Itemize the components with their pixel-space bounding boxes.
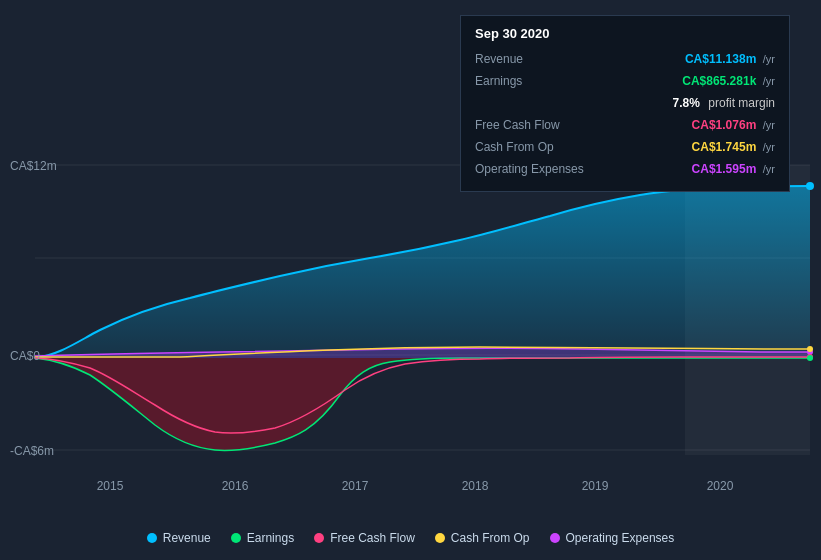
tooltip-revenue-value: CA$11.138m — [685, 52, 756, 66]
tooltip-revenue-unit: /yr — [763, 53, 775, 65]
x-label-2016: 2016 — [222, 479, 249, 493]
tooltip-date: Sep 30 2020 — [475, 26, 775, 41]
tooltip-box: Sep 30 2020 Revenue CA$11.138m /yr Earni… — [460, 15, 790, 192]
tooltip-cashop-unit: /yr — [763, 141, 775, 153]
legend-item-opex[interactable]: Operating Expenses — [550, 531, 675, 545]
legend-label-revenue: Revenue — [163, 531, 211, 545]
tooltip-opex-label: Operating Expenses — [475, 162, 595, 176]
svg-point-10 — [807, 355, 813, 361]
tooltip-fcf-value: CA$1.076m — [692, 118, 757, 132]
tooltip-margin-value: 7.8% — [672, 96, 699, 110]
tooltip-revenue-label: Revenue — [475, 52, 595, 66]
legend-item-cashop[interactable]: Cash From Op — [435, 531, 530, 545]
tooltip-earnings-value: CA$865.281k — [682, 74, 756, 88]
y-label-mid: CA$0 — [10, 349, 40, 363]
legend-label-fcf: Free Cash Flow — [330, 531, 415, 545]
tooltip-margin-label: profit margin — [708, 96, 775, 110]
svg-point-6 — [806, 182, 814, 190]
x-label-2018: 2018 — [462, 479, 489, 493]
x-label-2015: 2015 — [97, 479, 124, 493]
y-label-bot: -CA$6m — [10, 444, 54, 458]
legend-item-fcf[interactable]: Free Cash Flow — [314, 531, 415, 545]
tooltip-fcf-label: Free Cash Flow — [475, 118, 595, 132]
legend-label-earnings: Earnings — [247, 531, 294, 545]
tooltip-row-fcf: Free Cash Flow CA$1.076m /yr — [475, 115, 775, 133]
tooltip-earnings-label: Earnings — [475, 74, 595, 88]
tooltip-earnings-unit: /yr — [763, 75, 775, 87]
tooltip-opex-unit: /yr — [763, 163, 775, 175]
legend-dot-revenue — [147, 533, 157, 543]
legend-label-opex: Operating Expenses — [566, 531, 675, 545]
legend-dot-earnings — [231, 533, 241, 543]
legend-dot-opex — [550, 533, 560, 543]
x-label-2019: 2019 — [582, 479, 609, 493]
legend-dot-fcf — [314, 533, 324, 543]
svg-point-8 — [807, 346, 813, 352]
x-label-2020: 2020 — [707, 479, 734, 493]
tooltip-cashop-label: Cash From Op — [475, 140, 595, 154]
tooltip-row-cashop: Cash From Op CA$1.745m /yr — [475, 137, 775, 155]
tooltip-fcf-unit: /yr — [763, 119, 775, 131]
y-label-top: CA$12m — [10, 159, 57, 173]
tooltip-row-opex: Operating Expenses CA$1.595m /yr — [475, 159, 775, 177]
chart-container: CA$12m CA$0 -CA$6m 2015 2016 2017 2018 2… — [0, 0, 821, 560]
legend-label-cashop: Cash From Op — [451, 531, 530, 545]
x-label-2017: 2017 — [342, 479, 369, 493]
tooltip-row-revenue: Revenue CA$11.138m /yr — [475, 49, 775, 67]
tooltip-row-earnings: Earnings CA$865.281k /yr — [475, 71, 775, 89]
legend-item-revenue[interactable]: Revenue — [147, 531, 211, 545]
legend-item-earnings[interactable]: Earnings — [231, 531, 294, 545]
tooltip-cashop-value: CA$1.745m — [692, 140, 757, 154]
chart-legend: Revenue Earnings Free Cash Flow Cash Fro… — [0, 531, 821, 545]
legend-dot-cashop — [435, 533, 445, 543]
tooltip-opex-value: CA$1.595m — [692, 162, 757, 176]
tooltip-row-margin: 7.8% profit margin — [475, 93, 775, 111]
